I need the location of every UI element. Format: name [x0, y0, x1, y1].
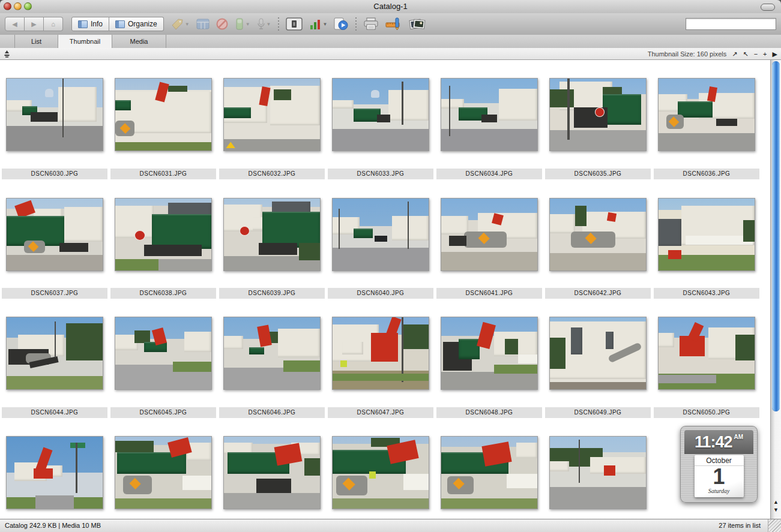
thumbnail[interactable] [658, 317, 755, 390]
art-truck [259, 243, 297, 254]
home-button[interactable]: ⌂ [44, 17, 63, 31]
voice-annotation-button[interactable]: ▼ [257, 18, 271, 30]
thumbnail[interactable] [115, 78, 212, 151]
tab-media[interactable]: Media [112, 35, 166, 48]
vertical-scrollbar[interactable]: ▲ ▼ [770, 60, 781, 519]
thumbnail[interactable] [549, 78, 647, 151]
toolbar-toggle-button[interactable] [761, 4, 775, 11]
art-pole [567, 79, 570, 140]
art-ground [7, 126, 103, 151]
ruler-pencil-icon [385, 17, 402, 31]
scrollbar-thumb[interactable] [772, 61, 780, 411]
scroll-down-arrow[interactable]: ▼ [771, 506, 781, 514]
search-input[interactable] [686, 18, 776, 30]
reject-button[interactable] [216, 18, 228, 30]
calendar-day: 1 [695, 466, 744, 488]
scroll-up-arrow[interactable]: ▲ [771, 498, 781, 506]
sort-order-icon[interactable] [4, 50, 10, 58]
thumbnail[interactable] [115, 317, 212, 390]
thumbnail[interactable] [549, 317, 647, 390]
info-button[interactable]: Info [71, 17, 109, 31]
thumbnail[interactable] [223, 198, 321, 271]
art-dumpster [354, 229, 373, 238]
clock-widget[interactable]: 11:42 AM October 1 Saturday [680, 426, 758, 503]
thumbnail[interactable] [223, 317, 321, 390]
size-minus-button[interactable]: − [754, 51, 758, 58]
thumbnail[interactable] [441, 436, 538, 509]
art-house [441, 216, 468, 235]
thumbnail[interactable] [115, 436, 212, 509]
scale-up-button[interactable]: ↗ [732, 51, 737, 58]
thumbnail-label: DSCN6032.JPG [219, 169, 325, 179]
art-dumpster [115, 100, 131, 110]
scale-down-button[interactable]: ↖ [743, 51, 748, 58]
art-ground [7, 255, 103, 270]
thumbnail[interactable] [658, 198, 755, 271]
thumbnail[interactable] [6, 436, 103, 509]
art-ground [224, 139, 320, 151]
thumbnail[interactable] [332, 317, 429, 390]
thumbnail-label: DSCN6038.JPG [110, 288, 216, 299]
art-sign [70, 443, 86, 449]
art-grass [333, 374, 429, 381]
thumbnail[interactable] [441, 198, 538, 271]
nav-button-group: ◀ ▶ ⌂ [5, 17, 63, 31]
tab-thumbnail[interactable]: Thumbnail [58, 35, 112, 48]
thumbnail[interactable] [6, 317, 103, 390]
thumbnail[interactable] [549, 198, 647, 271]
window-title: Catalog-1 [0, 2, 781, 11]
thumbnail[interactable] [6, 198, 103, 271]
art-trees [304, 458, 320, 476]
gallery-button[interactable] [409, 17, 426, 31]
art-road [659, 375, 716, 383]
slideshow-button[interactable] [334, 17, 348, 31]
thumbnail[interactable] [223, 78, 321, 151]
sort-chart-button[interactable]: ▼ [309, 18, 327, 30]
thumbnail[interactable] [549, 436, 647, 509]
light-table-button[interactable] [286, 17, 303, 31]
thumbnail-label: DSCN6044.JPG [2, 407, 107, 418]
clock-time: 11:42 [695, 433, 732, 452]
back-button[interactable]: ◀ [5, 17, 25, 31]
label-button[interactable]: ▼ [235, 18, 250, 30]
art-road [35, 495, 74, 509]
art-ground [550, 382, 646, 389]
thumbnail[interactable] [332, 436, 429, 509]
thumbnail[interactable] [441, 78, 538, 151]
thumbnail-label: DSCN6030.JPG [2, 169, 107, 179]
home-icon: ⌂ [51, 20, 55, 28]
size-plus-button[interactable]: + [763, 51, 767, 58]
thumbnail-label: DSCN6035.JPG [545, 169, 651, 179]
art-fence [507, 474, 537, 488]
expand-arrow-button[interactable]: ▶ [773, 51, 777, 58]
resize-grip[interactable] [768, 519, 781, 532]
thumbnail[interactable] [115, 198, 212, 271]
dropdown-caret-icon: ▼ [246, 22, 250, 27]
thumbnail[interactable] [6, 78, 103, 151]
annotate-tag-button[interactable]: ▼ [170, 18, 190, 30]
thumbnail[interactable] [441, 317, 538, 390]
dropdown-caret-icon: ▼ [185, 22, 190, 27]
tab-list[interactable]: List [14, 35, 58, 48]
catalog-grid-button[interactable] [196, 19, 210, 29]
art-trees [274, 89, 291, 100]
thumbnail[interactable] [223, 436, 321, 509]
art-house [590, 457, 646, 474]
measure-edit-button[interactable] [385, 17, 402, 31]
thumbnail-label: DSCN6046.JPG [219, 407, 325, 418]
tab-thumbnail-label: Thumbnail [70, 38, 100, 45]
light-table-icon [286, 17, 303, 31]
art-container [262, 212, 320, 248]
forward-button[interactable]: ▶ [25, 17, 44, 31]
organize-button[interactable]: Organize [109, 17, 164, 31]
thumbnail[interactable] [332, 198, 429, 271]
art-container [152, 214, 211, 249]
thumbnail[interactable] [332, 78, 429, 151]
microphone-icon [257, 18, 265, 30]
thumbnail[interactable] [658, 78, 755, 151]
print-button[interactable] [363, 17, 379, 31]
art-grass [173, 362, 211, 372]
art-fence [182, 476, 211, 490]
art-trees [735, 335, 755, 360]
art-truck [144, 245, 202, 256]
